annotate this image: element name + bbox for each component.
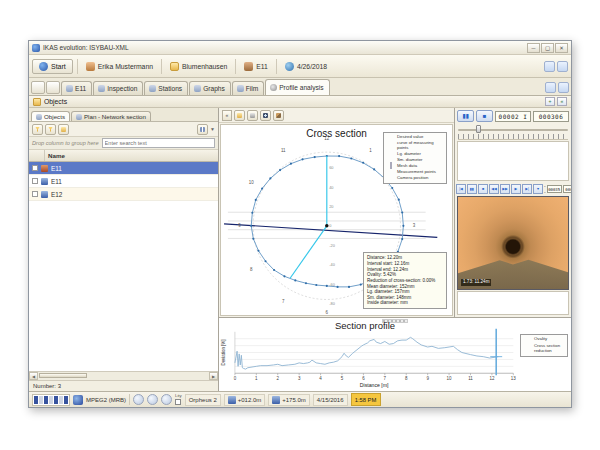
- jump-start-button[interactable]: |◀: [456, 184, 466, 194]
- ribbon-item-blumenhausen[interactable]: Blumenhausen: [166, 61, 231, 72]
- video-position-slider[interactable]: [458, 124, 568, 134]
- ribbon-item-e11[interactable]: E11: [240, 61, 272, 72]
- snapshot-icon[interactable]: [260, 110, 271, 121]
- table-header[interactable]: Name: [29, 150, 218, 162]
- measurement-info-box: Distance: 12.20mInterval start: 12.16mIn…: [363, 252, 447, 309]
- slider-handle[interactable]: [476, 125, 481, 133]
- help-icon[interactable]: [557, 61, 568, 72]
- settings-icon[interactable]: [558, 82, 569, 93]
- lity-checkbox[interactable]: Lity: [175, 394, 182, 404]
- document-tabs: E11InspectionStationsGraphsFilmProfile a…: [61, 79, 330, 95]
- tab-profile-analysis[interactable]: Profile analysis: [265, 79, 329, 95]
- stop-button[interactable]: ■: [476, 110, 493, 122]
- meter-counter: 00002 I: [495, 111, 531, 122]
- object-row[interactable]: E11: [29, 162, 218, 175]
- ribbon-item-erika-mustermann[interactable]: Erika Mustermann: [82, 61, 157, 72]
- video-icon[interactable]: [545, 82, 556, 93]
- object-row[interactable]: E11: [29, 175, 218, 188]
- play-button[interactable]: ▶: [511, 184, 521, 194]
- monitor-icon[interactable]: [161, 394, 172, 405]
- svg-text:9: 9: [426, 376, 429, 381]
- tab-strip: E11InspectionStationsGraphsFilmProfile a…: [29, 78, 571, 96]
- eject-button[interactable]: ▼: [533, 184, 543, 194]
- tab-objects[interactable]: Objects: [31, 111, 70, 121]
- pause-button[interactable]: ▮▮: [457, 110, 474, 122]
- filter-edit-icon[interactable]: [32, 124, 43, 135]
- list-quick-icon[interactable]: [46, 81, 60, 94]
- gauge-icon-1[interactable]: [133, 394, 144, 405]
- svg-text:0: 0: [234, 376, 237, 381]
- inspection-tab-icon: [98, 85, 105, 92]
- counter-icon: [272, 396, 280, 404]
- scroll-right-icon[interactable]: ▶: [209, 372, 218, 380]
- open-icon[interactable]: [234, 110, 245, 121]
- stop-button[interactable]: ■: [478, 184, 488, 194]
- legend-label: Sm. diameter: [397, 158, 423, 163]
- dash-label: --: [544, 183, 546, 195]
- close-button[interactable]: ✕: [555, 43, 568, 53]
- fast-forward-button[interactable]: ▶▶: [500, 184, 510, 194]
- tab-plan-label: Plan - Network section: [84, 113, 146, 120]
- objects-footer: Number: 3: [29, 380, 218, 391]
- chevron-down-icon[interactable]: ▼: [210, 126, 215, 132]
- object-name: E11: [51, 178, 62, 185]
- scroll-thumb[interactable]: [39, 373, 87, 378]
- video-frame[interactable]: 1.73: 11.24m: [457, 196, 569, 290]
- jump-end-button[interactable]: ▶|: [522, 184, 532, 194]
- tab-label: E11: [75, 85, 86, 92]
- gauge-icon-2[interactable]: [147, 394, 158, 405]
- horizontal-scrollbar[interactable]: ◀ ▶: [29, 371, 218, 380]
- tab-film[interactable]: Film: [232, 81, 264, 95]
- add-button[interactable]: +: [545, 97, 555, 106]
- object-row[interactable]: E12: [29, 188, 218, 201]
- tab-plan-network-section[interactable]: Plan - Network section: [71, 111, 151, 121]
- checkbox-box[interactable]: [175, 399, 181, 405]
- slider-track[interactable]: [458, 129, 568, 131]
- printer-icon[interactable]: [247, 110, 258, 121]
- column-chooser-icon[interactable]: [197, 124, 208, 135]
- tools-icon[interactable]: [273, 110, 284, 121]
- e11-tab-icon: [66, 85, 73, 92]
- svg-text:Deviation [%]: Deviation [%]: [221, 340, 226, 366]
- collapse-left-icon[interactable]: «: [557, 97, 567, 106]
- graphs-tab-icon: [194, 85, 201, 92]
- pipe-icon: [244, 62, 253, 71]
- tab-stations[interactable]: Stations: [144, 81, 188, 95]
- svg-text:11: 11: [468, 376, 473, 381]
- row-checkbox[interactable]: [32, 178, 38, 184]
- filter-icon[interactable]: [45, 124, 56, 135]
- ribbon-item-4-26-2018[interactable]: 4/26/2018: [281, 61, 331, 72]
- ribbon-item-label: Blumenhausen: [182, 63, 227, 70]
- scroll-track[interactable]: [38, 372, 209, 380]
- stations-tab-icon: [149, 85, 156, 92]
- cross-section-toolbar: «: [219, 108, 454, 123]
- row-checkbox[interactable]: [32, 191, 38, 197]
- svg-text:8: 8: [405, 376, 408, 381]
- tab-graphs[interactable]: Graphs: [189, 81, 231, 95]
- film-segment: [49, 396, 53, 404]
- ribbon-items: Erika MustermannBlumenhausenE114/26/2018: [82, 59, 331, 74]
- video-controls: ▮▮ ■ 00002 I 000306: [455, 108, 571, 124]
- collapse-panel-icon[interactable]: «: [222, 110, 232, 121]
- row-checkbox[interactable]: [32, 165, 38, 171]
- section-icon-red: [41, 165, 48, 172]
- scroll-left-icon[interactable]: ◀: [29, 372, 38, 380]
- sync-icon[interactable]: [544, 61, 555, 72]
- svg-text:-20: -20: [329, 243, 335, 248]
- tab-label: Film: [246, 85, 258, 92]
- person-quick-icon[interactable]: [31, 81, 45, 94]
- tab-e11[interactable]: E11: [61, 81, 92, 95]
- maximize-button[interactable]: ▢: [541, 43, 554, 53]
- start-icon: [39, 62, 48, 71]
- manhole-icon-blue: [41, 178, 48, 185]
- manhole-icon-blue: [41, 191, 48, 198]
- ribbon-right-icons: [544, 61, 568, 72]
- panel-caption: Objects: [44, 98, 67, 105]
- minimize-button[interactable]: ─: [527, 43, 540, 53]
- tab-inspection[interactable]: Inspection: [93, 81, 143, 95]
- search-input[interactable]: [102, 138, 215, 148]
- start-button[interactable]: Start: [32, 59, 73, 74]
- load-filter-icon[interactable]: [58, 124, 69, 135]
- pause-button[interactable]: ▮▮: [467, 184, 477, 194]
- rewind-button[interactable]: ◀◀: [489, 184, 499, 194]
